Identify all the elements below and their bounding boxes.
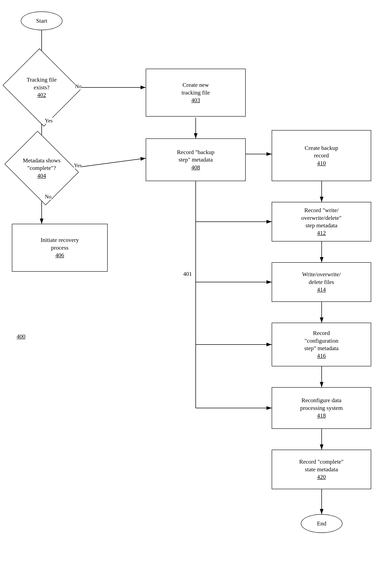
initiate-recovery-label: Initiate recoveryprocess: [40, 236, 79, 252]
record-complete-meta-content: Record "complete"state metadata 420: [299, 458, 344, 481]
create-backup-record-rect: Create backuprecord 410: [272, 130, 371, 181]
record-config-meta-content: Record"configurationstep" metadata 416: [304, 329, 339, 360]
record-complete-meta-rect: Record "complete"state metadata 420: [272, 450, 371, 489]
metadata-complete-ref: 404: [37, 172, 46, 180]
create-tracking-content: Create newtracking file 403: [182, 81, 210, 104]
yes-tracking-label: Yes: [45, 118, 53, 124]
create-tracking-label: Create newtracking file: [182, 81, 210, 96]
svg-line-6: [71, 158, 146, 168]
tracking-exists-diamond: Tracking fileexists? 402: [3, 48, 81, 126]
metadata-complete-diamond: Metadata shows"complete"? 404: [4, 131, 79, 205]
reconfigure-ref: 418: [300, 412, 343, 419]
no-metadata-label: No: [45, 194, 52, 200]
metadata-complete-content: Metadata shows"complete"? 404: [13, 145, 70, 191]
metadata-complete-label: Metadata shows"complete"?: [23, 157, 60, 172]
no-tracking-label: No: [75, 83, 82, 90]
write-files-ref: 414: [302, 286, 340, 293]
reconfigure-label: Reconfigure dataprocessing system: [300, 396, 343, 412]
reconfigure-content: Reconfigure dataprocessing system 418: [300, 396, 343, 419]
tracking-exists-ref: 402: [37, 91, 46, 99]
start-node: Start: [21, 12, 62, 30]
create-tracking-rect: Create newtracking file 403: [146, 69, 246, 116]
initiate-recovery-ref: 406: [40, 252, 79, 259]
start-label: Start: [36, 17, 47, 24]
create-tracking-ref: 403: [182, 96, 210, 104]
initiate-recovery-content: Initiate recoveryprocess 406: [40, 236, 79, 259]
diagram-label-400: 400: [17, 333, 26, 340]
record-backup-step-ref: 408: [177, 164, 214, 171]
yes-metadata-label: Yes: [74, 162, 82, 168]
record-complete-meta-ref: 420: [299, 473, 344, 481]
end-label: End: [317, 520, 326, 527]
create-backup-record-content: Create backuprecord 410: [305, 144, 338, 167]
record-config-meta-label: Record"configurationstep" metadata: [304, 329, 339, 352]
record-config-meta-ref: 416: [304, 352, 339, 360]
branch-label-401: 401: [183, 270, 192, 277]
initiate-recovery-rect: Initiate recoveryprocess 406: [12, 224, 108, 272]
record-write-meta-content: Record "write/overwrite/delete"step meta…: [301, 206, 342, 237]
write-files-label: Write/overwrite/delete files: [302, 270, 340, 286]
write-files-content: Write/overwrite/delete files 414: [302, 270, 340, 293]
flowchart: Start Tracking fileexists? 402 No Yes Cr…: [0, 0, 392, 581]
record-write-meta-ref: 412: [301, 229, 342, 237]
create-backup-record-ref: 410: [305, 160, 338, 167]
record-write-meta-rect: Record "write/overwrite/delete"step meta…: [272, 202, 371, 242]
end-node: End: [301, 514, 342, 533]
record-write-meta-label: Record "write/overwrite/delete"step meta…: [301, 206, 342, 229]
write-files-rect: Write/overwrite/delete files 414: [272, 262, 371, 302]
record-backup-step-rect: Record "backupstep" metadata 408: [146, 138, 246, 181]
record-backup-step-content: Record "backupstep" metadata 408: [177, 148, 214, 171]
tracking-exists-label: Tracking fileexists?: [27, 76, 56, 91]
record-backup-step-label: Record "backupstep" metadata: [177, 148, 214, 164]
record-config-meta-rect: Record"configurationstep" metadata 416: [272, 323, 371, 366]
create-backup-record-label: Create backuprecord: [305, 144, 338, 160]
reconfigure-rect: Reconfigure dataprocessing system 418: [272, 387, 371, 429]
tracking-exists-content: Tracking fileexists? 402: [13, 62, 70, 113]
record-complete-meta-label: Record "complete"state metadata: [299, 458, 344, 473]
